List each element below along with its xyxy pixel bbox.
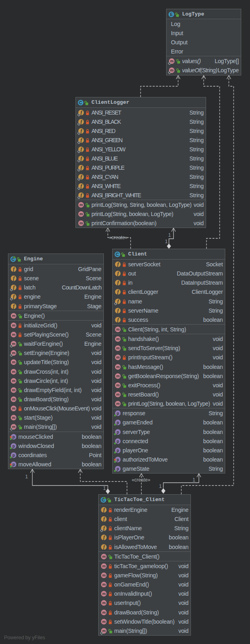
- svg-text:1: 1: [25, 474, 28, 480]
- svg-text:1: 1: [192, 477, 195, 483]
- svg-text:«create»: «create»: [132, 477, 151, 483]
- svg-text:1: 1: [165, 239, 168, 244]
- svg-text:«create»: «create»: [109, 235, 128, 240]
- svg-text:1: 1: [159, 483, 162, 489]
- svg-text:1: 1: [168, 232, 171, 238]
- svg-text:1: 1: [103, 485, 106, 491]
